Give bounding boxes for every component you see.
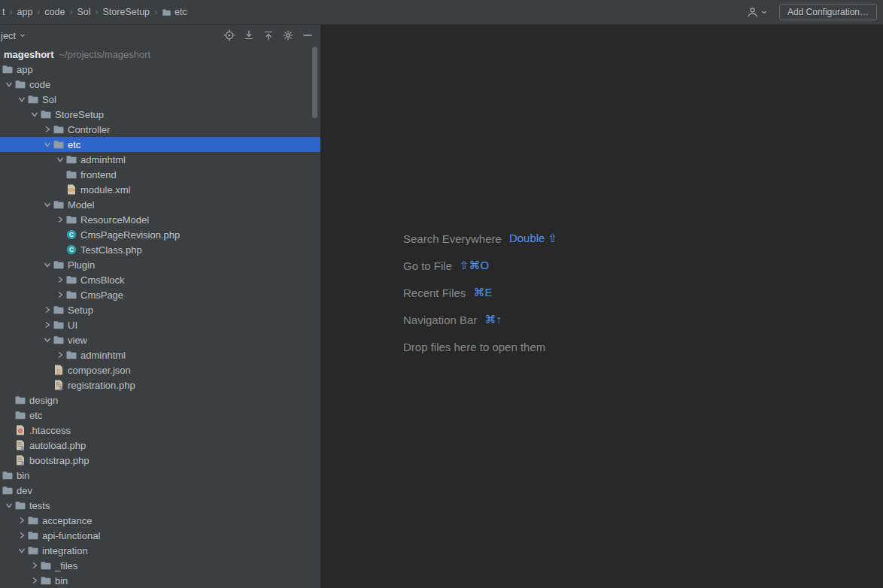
tree-item-label: adminhtml [80, 154, 126, 165]
tree-item-Controller[interactable]: Controller [0, 122, 320, 137]
folder-icon [53, 319, 65, 331]
expand-all-icon[interactable] [259, 26, 278, 44]
chevron-expanded-icon[interactable] [16, 95, 27, 104]
tree-item-etc[interactable]: etc [0, 408, 320, 423]
tree-item-CmsPageRevision.php[interactable]: CCmsPageRevision.php [0, 227, 320, 242]
tree-item-module.xml[interactable]: </>module.xml [0, 182, 320, 197]
svg-text:C: C [69, 246, 74, 253]
tree-item-label: bin [55, 575, 68, 586]
chevron-expanded-icon[interactable] [41, 260, 53, 269]
tree-item-_files[interactable]: _files [0, 558, 320, 573]
folder-icon [40, 108, 52, 120]
chevron-expanded-icon[interactable] [41, 140, 53, 149]
user-dropdown[interactable] [746, 6, 767, 19]
tree-item-label: registration.php [68, 380, 135, 391]
folder-icon [27, 93, 39, 105]
tree-item-ResourceModel[interactable]: ResourceModel [0, 212, 320, 227]
shortcut-hint-label: Drop files here to open them [403, 341, 545, 353]
chevron-expanded-icon[interactable] [41, 335, 53, 344]
chevron-collapsed-icon[interactable] [41, 305, 53, 314]
tree-item-api-functional[interactable]: api-functional [0, 528, 320, 543]
breadcrumb-label: Sol [77, 7, 90, 17]
chevron-collapsed-icon[interactable] [54, 275, 65, 284]
chevron-collapsed-icon[interactable] [16, 531, 27, 540]
tree-item-integration[interactable]: integration [0, 543, 320, 558]
chevron-collapsed-icon[interactable] [41, 125, 53, 134]
chevron-collapsed-icon[interactable] [29, 561, 40, 570]
chevron-collapsed-icon[interactable] [16, 516, 27, 525]
chevron-expanded-icon[interactable] [3, 501, 14, 510]
php-file-icon: p [14, 454, 26, 466]
tree-item-etc[interactable]: etc [0, 137, 320, 152]
chevron-collapsed-icon[interactable] [41, 320, 53, 329]
breadcrumb-item-code[interactable]: code [42, 5, 67, 19]
tree-item-Setup[interactable]: Setup [0, 302, 320, 317]
chevron-collapsed-icon[interactable] [29, 576, 40, 585]
tree-item-adminhtml[interactable]: adminhtml [0, 347, 320, 362]
tree-item-label: acceptance [42, 515, 93, 526]
shortcut-hint-row: Drop files here to open them [403, 333, 557, 360]
tree-item-design[interactable]: design [0, 393, 320, 408]
tree-item-.htaccess[interactable]: .htaccess [0, 423, 320, 438]
tree-item-label: Model [68, 199, 94, 211]
chevron-expanded-icon[interactable] [16, 546, 27, 555]
tree-item-label: frontend [80, 169, 117, 180]
tree-item-acceptance[interactable]: acceptance [0, 513, 320, 528]
tree-item-CmsBlock[interactable]: CmsBlock [0, 272, 320, 287]
tree-item-Sol[interactable]: Sol [0, 92, 320, 107]
folder-icon [14, 409, 26, 421]
tree-item-autoload.php[interactable]: pautoload.php [0, 438, 320, 453]
chevron-expanded-icon[interactable] [29, 110, 40, 119]
tree-item-UI[interactable]: UI [0, 317, 320, 332]
tree-item-adminhtml[interactable]: adminhtml [0, 152, 320, 167]
tree-item-tests[interactable]: tests [0, 498, 320, 513]
chevron-collapsed-icon[interactable] [54, 290, 65, 299]
hide-panel-icon[interactable] [298, 26, 317, 44]
chevron-collapsed-icon[interactable] [54, 215, 65, 224]
folder-icon [65, 168, 77, 180]
folder-icon [40, 559, 52, 571]
tree-item-mageshort[interactable]: mageshort~/projects/mageshort [0, 47, 320, 62]
tree-item-code[interactable]: code [0, 77, 320, 92]
breadcrumb-separator: › [7, 7, 14, 17]
tree-item-StoreSetup[interactable]: StoreSetup [0, 107, 320, 122]
json-file-icon: {} [53, 364, 65, 376]
tree-item-app[interactable]: app [0, 62, 320, 77]
folder-icon [53, 199, 65, 211]
tree-item-bin[interactable]: bin [0, 573, 320, 588]
tree-item-registration.php[interactable]: pregistration.php [0, 377, 320, 393]
tree-item-view[interactable]: view [0, 332, 320, 347]
tree-item-Model[interactable]: Model [0, 197, 320, 212]
breadcrumb-item-app[interactable]: app [14, 5, 35, 19]
breadcrumb-item-Sol[interactable]: Sol [74, 5, 93, 19]
project-panel-title-dropdown[interactable]: ject [0, 30, 26, 41]
collapse-all-icon[interactable] [239, 26, 259, 44]
add-configuration-button[interactable]: Add Configuration… [779, 4, 877, 20]
breadcrumb-item-StoreSetup[interactable]: StoreSetup [101, 5, 153, 19]
chevron-expanded-icon[interactable] [54, 155, 65, 164]
chevron-expanded-icon[interactable] [3, 80, 14, 89]
folder-icon [65, 274, 77, 286]
tree-item-Plugin[interactable]: Plugin [0, 257, 320, 272]
settings-gear-icon[interactable] [278, 26, 298, 44]
shortcut-hint-label: Recent Files [403, 286, 466, 299]
tree-item-dev[interactable]: dev [0, 483, 320, 498]
tree-item-bootstrap.php[interactable]: pbootstrap.php [0, 453, 320, 468]
tree-item-composer.json[interactable]: {}composer.json [0, 362, 320, 377]
chevron-expanded-icon[interactable] [41, 200, 53, 209]
tree-item-label: composer.json [68, 365, 131, 376]
shortcut-hint-row: Search EverywhereDouble ⇧ [403, 225, 557, 252]
tree-item-label: .htaccess [29, 425, 71, 436]
tree-item-frontend[interactable]: frontend [0, 167, 320, 182]
php-file-icon: p [14, 439, 26, 451]
chevron-collapsed-icon[interactable] [54, 350, 65, 359]
scrollbar-thumb[interactable] [312, 47, 317, 118]
tree-item-bin[interactable]: bin [0, 468, 320, 483]
locate-icon[interactable] [220, 26, 239, 44]
breadcrumb-item-t[interactable]: t [0, 5, 7, 19]
tree-item-label: bin [17, 470, 29, 481]
breadcrumb-item-etc[interactable]: etc [159, 5, 190, 19]
folder-icon [162, 8, 171, 17]
tree-item-TestClass.php[interactable]: CTestClass.php [0, 242, 320, 257]
tree-item-CmsPage[interactable]: CmsPage [0, 287, 320, 302]
